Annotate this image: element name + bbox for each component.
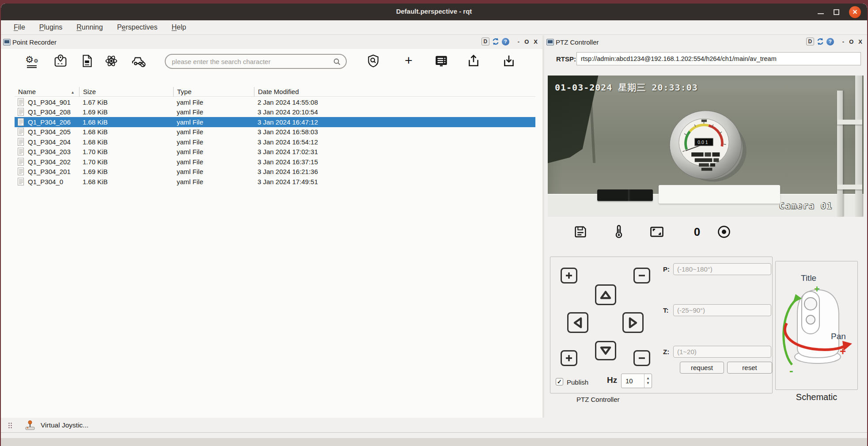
- file-date-modified: 3 Jan 2024 17:02:31: [254, 148, 535, 155]
- dock-close-button[interactable]: X: [857, 38, 864, 45]
- publish-checkbox[interactable]: ✓: [556, 378, 563, 386]
- dock-minimize-button[interactable]: -: [841, 38, 845, 45]
- gear-underline: [27, 67, 37, 68]
- tilt-up-button[interactable]: [595, 284, 616, 305]
- table-row[interactable]: Q1_P304_208 1.69 KiB yaml File 3 Jan 202…: [15, 107, 535, 117]
- zoom-plus-button[interactable]: [561, 350, 577, 366]
- tilt-down-button[interactable]: [595, 341, 616, 360]
- zoom-field[interactable]: [673, 346, 771, 358]
- hz-label: Hz: [607, 375, 617, 385]
- svg-text:Pan: Pan: [831, 332, 846, 341]
- map-pin-icon[interactable]: [53, 53, 68, 69]
- ptz-plugin-icon: [546, 39, 554, 45]
- request-button[interactable]: request: [680, 362, 724, 374]
- column-type[interactable]: Type: [173, 87, 254, 97]
- save-snapshot-icon[interactable]: [572, 223, 589, 241]
- list-view-icon[interactable]: [433, 53, 449, 69]
- table-row[interactable]: Q1_P304_206 1.68 KiB yaml File 3 Jan 202…: [15, 117, 535, 127]
- close-button[interactable]: ✕: [849, 6, 861, 18]
- point-recorder-dock-header[interactable]: Point Recorder D ? - O X: [1, 35, 542, 49]
- titlebar[interactable]: Default.perspective - rqt ✕: [1, 4, 867, 20]
- table-row[interactable]: Q1_P304_201 1.69 KiB yaml File 3 Jan 202…: [15, 167, 535, 177]
- zero-counter[interactable]: 0: [688, 223, 706, 241]
- file-date-modified: 3 Jan 2024 20:10:54: [254, 108, 535, 116]
- pan-field[interactable]: [673, 263, 771, 275]
- dock-float-button[interactable]: O: [848, 38, 855, 45]
- ptz-schematic-drawing: Title + - Pan +: [779, 265, 855, 381]
- sort-ascending-icon: ▴: [72, 87, 74, 97]
- file-name: Q1_P304_206: [28, 118, 71, 126]
- dock-float-button[interactable]: O: [523, 38, 530, 45]
- rtsp-input[interactable]: [576, 52, 861, 65]
- ptz-dock-header[interactable]: PTZ Controller D ? - O X: [544, 35, 867, 49]
- file-date-modified: 3 Jan 2024 16:37:15: [254, 158, 535, 166]
- yaml-file-icon[interactable]: [79, 53, 95, 69]
- table-row[interactable]: Q1_P304_901 1.67 KiB yaml File 2 Jan 202…: [15, 97, 535, 107]
- column-name[interactable]: Name▴: [15, 87, 79, 97]
- add-icon[interactable]: +: [401, 53, 417, 69]
- file-list: Q1_P304_901 1.67 KiB yaml File 2 Jan 202…: [15, 97, 535, 187]
- table-row[interactable]: Q1_P304_0 1.68 KiB yaml File 3 Jan 2024 …: [15, 177, 535, 187]
- column-date-modified[interactable]: Date Modified: [254, 87, 535, 97]
- menu-perspectives[interactable]: Perspectives: [111, 22, 163, 33]
- dock-help-icon[interactable]: ?: [502, 38, 509, 45]
- settings-gears-icon[interactable]: ⚙⚙: [24, 53, 40, 69]
- file-date-modified: 3 Jan 2024 16:54:12: [254, 138, 535, 146]
- dock-reload-icon[interactable]: [816, 38, 824, 45]
- virtual-joystick-dock-label[interactable]: Virtual Joystic...: [41, 421, 88, 429]
- minimize-button[interactable]: [818, 13, 824, 14]
- camera-rack-crossbar: [837, 120, 862, 125]
- hz-value: 10: [625, 377, 633, 385]
- camera-feed[interactable]: 0.0 1 01-03-2024 星期三 20:33:03 Camera 01: [548, 76, 864, 217]
- record-icon[interactable]: [715, 223, 733, 241]
- table-row[interactable]: Q1_P304_205 1.68 KiB yaml File 3 Jan 202…: [15, 127, 535, 137]
- yaml-file-row-icon: [17, 118, 25, 126]
- dock-minimize-button[interactable]: -: [516, 38, 521, 45]
- download-icon[interactable]: [501, 53, 517, 69]
- hz-spinbox[interactable]: 10 ▲▼: [621, 374, 652, 388]
- file-name: Q1_P304_201: [28, 168, 71, 175]
- spin-up-icon[interactable]: ▲: [646, 377, 650, 380]
- column-size[interactable]: Size: [79, 87, 173, 97]
- menu-plugins[interactable]: Plugins: [34, 22, 68, 33]
- tilt-field[interactable]: [673, 304, 771, 316]
- dock-detach-icon[interactable]: D: [806, 38, 814, 45]
- fullscreen-icon[interactable]: [648, 223, 666, 241]
- yaml-file-row-icon: [17, 147, 25, 156]
- dock-reload-icon[interactable]: [492, 38, 500, 45]
- spin-down-icon[interactable]: ▼: [646, 382, 650, 385]
- drag-handle[interactable]: [8, 422, 12, 428]
- shield-search-icon[interactable]: [365, 53, 381, 69]
- file-name: Q1_P304_205: [28, 128, 71, 136]
- rtsp-label: RTSP:: [556, 55, 576, 63]
- dock-close-button[interactable]: X: [532, 38, 539, 45]
- file-date-modified: 3 Jan 2024 17:49:51: [254, 178, 535, 185]
- svg-text:Title: Title: [801, 273, 816, 283]
- reset-button[interactable]: reset: [727, 362, 772, 374]
- dock-help-icon[interactable]: ?: [826, 38, 834, 45]
- zoom-minus-button[interactable]: [633, 268, 650, 283]
- zoom-plus-button[interactable]: [561, 268, 577, 283]
- table-row[interactable]: Q1_P304_202 1.70 KiB yaml File 3 Jan 202…: [15, 157, 535, 167]
- dock-detach-icon[interactable]: D: [481, 38, 489, 45]
- pan-left-button[interactable]: [567, 312, 588, 333]
- vehicle-disabled-icon[interactable]: [131, 53, 147, 69]
- file-size: 1.69 KiB: [79, 168, 173, 175]
- thermometer-icon[interactable]: [610, 223, 628, 241]
- menu-file[interactable]: File: [8, 22, 31, 33]
- svg-text:-: -: [789, 364, 793, 377]
- svg-text:+: +: [814, 283, 820, 295]
- table-row[interactable]: Q1_P304_204 1.68 KiB yaml File 3 Jan 202…: [15, 137, 535, 147]
- ptz-pad-caption: PTZ Controller: [576, 396, 620, 403]
- menu-help[interactable]: Help: [166, 22, 192, 33]
- rqt-window: Default.perspective - rqt ✕ FilePluginsR…: [1, 4, 867, 446]
- maximize-button[interactable]: [834, 9, 839, 15]
- file-type: yaml File: [173, 98, 254, 106]
- zoom-minus-button[interactable]: [633, 350, 650, 366]
- search-input[interactable]: [172, 55, 326, 68]
- menu-running[interactable]: Running: [71, 22, 109, 33]
- pan-right-button[interactable]: [622, 312, 644, 333]
- upload-icon[interactable]: [466, 53, 481, 69]
- atom-icon[interactable]: [103, 53, 119, 69]
- table-row[interactable]: Q1_P304_203 1.70 KiB yaml File 3 Jan 202…: [15, 147, 535, 157]
